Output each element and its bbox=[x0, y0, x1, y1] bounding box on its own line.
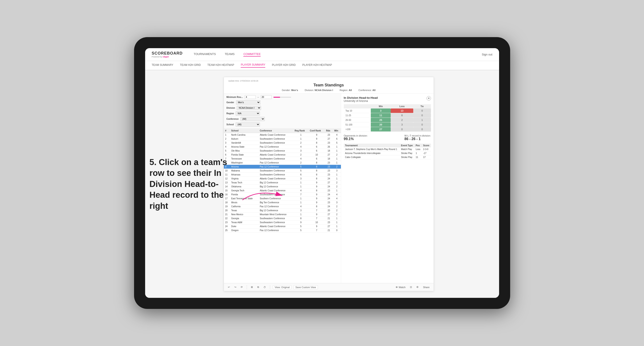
save-custom-button[interactable]: Save Custom View bbox=[293, 285, 318, 289]
conference-select[interactable]: (All) bbox=[240, 117, 265, 121]
max-rounds-input[interactable] bbox=[260, 95, 272, 99]
sign-out-link[interactable]: Sign out bbox=[482, 53, 492, 56]
table-row[interactable]: 13 Texas Tech Big 12 Conference 1 9 27 2 bbox=[224, 181, 341, 185]
panel-header: Update time: 27/03/2024 16:56:26 Team St… bbox=[224, 77, 434, 93]
view-original-button[interactable]: View: Original bbox=[273, 285, 292, 289]
cell-win: 3 bbox=[333, 169, 341, 173]
table-row[interactable]: 19 California Pac-12 Conference 4 8 24 2 bbox=[224, 205, 341, 208]
cell-conf-rank: 8 bbox=[308, 141, 325, 145]
table-row[interactable]: 22 Georgia Southeastern Conference 8 7 2… bbox=[224, 216, 341, 220]
redo-button[interactable]: ↪ bbox=[233, 285, 238, 289]
table-row[interactable]: 4 Arizona State Pac-12 Conference 4 6 26… bbox=[224, 145, 341, 149]
table-row[interactable]: 21 New Mexico Mountain West Conference 1… bbox=[224, 212, 341, 216]
table-row[interactable]: 11 Arkansas Southeastern Conference 6 8 … bbox=[224, 173, 341, 177]
h2h-loss: 8 bbox=[391, 113, 414, 118]
min-rounds-input[interactable] bbox=[245, 95, 256, 99]
cell-rds: 27 bbox=[325, 153, 333, 157]
cell-conf-rank: 6 bbox=[308, 157, 325, 161]
subnav-player-h2h-grid[interactable]: PLAYER H2H GRID bbox=[272, 63, 296, 67]
h2h-tie: 0 bbox=[413, 109, 431, 113]
cell-reg-rank: 1 bbox=[293, 137, 308, 141]
share-button[interactable]: Share bbox=[422, 285, 431, 289]
h2h-close-button[interactable]: ✕ bbox=[426, 96, 431, 101]
nav-committee[interactable]: COMMITTEE bbox=[243, 52, 260, 57]
cell-conf-rank: 8 bbox=[308, 161, 325, 165]
cell-win: 2 bbox=[333, 165, 341, 169]
table-row[interactable]: 8 Washington Pac-12 Conference 2 8 23 1 bbox=[224, 161, 341, 165]
table-row[interactable]: 1 North Carolina Atlantic Coast Conferen… bbox=[224, 133, 341, 137]
table-row[interactable]: 7 Tennessee Southeastern Conference 4 6 … bbox=[224, 157, 341, 161]
filter-gender-value: Men's bbox=[291, 89, 298, 91]
cell-rds: 23 bbox=[325, 189, 333, 193]
clock-button[interactable]: ⏱ bbox=[262, 285, 267, 289]
table-row[interactable]: 5 Ole Miss Southeastern Conference 3 6 1… bbox=[224, 149, 341, 153]
table-row[interactable]: 10 Alabama Southeastern Conference 5 8 2… bbox=[224, 169, 341, 173]
table-row[interactable]: 25 Oregon Pac-12 Conference 5 7 21 0 bbox=[224, 228, 341, 232]
subnav-team-h2h-heatmap[interactable]: TEAM H2H HEATMAP bbox=[207, 63, 234, 67]
nav-teams[interactable]: TEAMS bbox=[225, 52, 235, 57]
h2h-tie: 1 bbox=[413, 118, 431, 122]
table-row[interactable]: 23 Texas A&M Southeastern Conference 9 1… bbox=[224, 220, 341, 224]
table-row[interactable]: 3 Vanderbilt Southeastern Conference 2 8… bbox=[224, 141, 341, 145]
cell-conf-rank: 6 bbox=[308, 145, 325, 149]
h2h-row: 26-50 25 2 1 bbox=[344, 118, 431, 122]
copy-button[interactable]: ⧉ bbox=[256, 285, 260, 289]
cell-rds: 27 bbox=[325, 224, 333, 228]
col-school: School bbox=[230, 129, 258, 133]
cell-school: Florida State bbox=[230, 153, 258, 157]
cell-reg-rank: 8 bbox=[293, 216, 308, 220]
update-time: Update time: 27/03/2024 16:56:26 bbox=[228, 80, 429, 82]
subnav-team-summary[interactable]: TEAM SUMMARY bbox=[152, 63, 174, 67]
cell-num: 1 bbox=[224, 133, 230, 137]
rounds-slider[interactable] bbox=[274, 97, 291, 98]
h2h-loss: 0 bbox=[391, 127, 414, 132]
cell-conf-rank: 8 bbox=[308, 205, 325, 208]
school-select[interactable]: (All) bbox=[236, 122, 260, 127]
settings-button[interactable]: ⚙ bbox=[415, 285, 420, 289]
col-rds: Rds bbox=[325, 129, 333, 133]
cell-win: 1 bbox=[333, 157, 341, 161]
tourney-pos: Loss bbox=[414, 147, 422, 151]
cell-school: Auburn bbox=[230, 137, 258, 141]
cell-rds: 23 bbox=[325, 169, 333, 173]
cell-reg-rank: 2 bbox=[293, 161, 308, 165]
subnav-player-h2h-heatmap[interactable]: PLAYER H2H HEATMAP bbox=[302, 63, 332, 67]
tourney-col-type: Event Type bbox=[400, 144, 414, 147]
gender-select[interactable]: Men's bbox=[236, 100, 260, 105]
cell-conf-rank: 9 bbox=[308, 212, 325, 216]
cell-win: 2 bbox=[333, 181, 341, 185]
undo-button[interactable]: ↩ bbox=[226, 285, 231, 289]
cell-conf-rank: 9 bbox=[308, 224, 325, 228]
cell-conference: Pac-12 Conference bbox=[258, 145, 293, 149]
table-row[interactable]: 12 Virginia Atlantic Coast Conference 3 … bbox=[224, 177, 341, 181]
table-row[interactable]: 20 Texas Big 12 Conference 3 7 20 2 bbox=[224, 208, 341, 212]
watch-button[interactable]: 👁 Watch bbox=[394, 285, 407, 289]
layout-button[interactable]: ⊡ bbox=[408, 285, 413, 289]
h2h-col-loss: Loss bbox=[391, 104, 414, 109]
cell-reg-rank: 1 bbox=[293, 201, 308, 205]
h2h-win: 11 bbox=[371, 113, 390, 118]
cell-rds: 23 bbox=[325, 165, 333, 169]
refresh-button[interactable]: ⟳ bbox=[239, 285, 244, 289]
h2h-row: 11-25 11 8 0 bbox=[344, 113, 431, 118]
h2h-tie: 0 bbox=[413, 122, 431, 127]
h2h-row: 51-100 20 3 0 bbox=[344, 122, 431, 127]
table-row[interactable]: 2 Auburn Southeastern Conference 1 9 27 … bbox=[224, 137, 341, 141]
table-row[interactable]: 6 Florida State Atlantic Coast Conferenc… bbox=[224, 153, 341, 157]
h2h-win: 3 bbox=[371, 109, 390, 113]
wlt-stat: W-L-T record in-division: 86 - 26 - 1 bbox=[404, 134, 431, 141]
h2h-title: In Division Head-to-Head bbox=[344, 96, 378, 99]
division-select[interactable]: NCAA Division I bbox=[237, 106, 261, 110]
region-select[interactable]: N/A bbox=[236, 111, 260, 116]
table-row[interactable]: 9 Arizona Pac-12 Conference 5 8 23 2 bbox=[224, 165, 341, 169]
cell-reg-rank: 3 bbox=[293, 208, 308, 212]
grid-button[interactable]: ⊞ bbox=[250, 285, 254, 289]
subnav-team-h2h-grid[interactable]: TEAM H2H GRID bbox=[180, 63, 201, 67]
table-row[interactable]: 24 Duke Atlantic Coast Conference 5 9 27… bbox=[224, 224, 341, 228]
subnav-player-summary[interactable]: PLAYER SUMMARY bbox=[241, 63, 265, 68]
cell-reg-rank: 2 bbox=[293, 153, 308, 157]
right-panel: In Division Head-to-Head University of A… bbox=[341, 93, 434, 283]
cell-win: 4 bbox=[333, 193, 341, 197]
nav-tournaments[interactable]: TOURNAMENTS bbox=[194, 52, 216, 57]
cell-reg-rank: 5 bbox=[293, 165, 308, 169]
